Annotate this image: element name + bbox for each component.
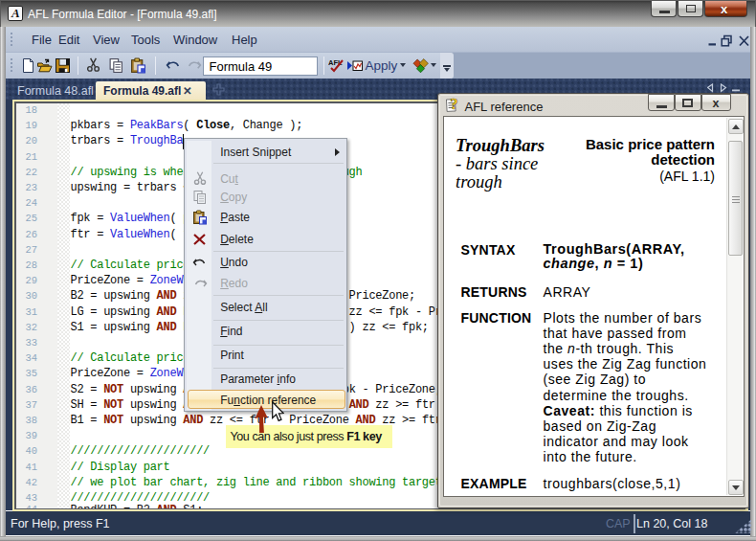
svg-text:?: ? (450, 97, 457, 112)
